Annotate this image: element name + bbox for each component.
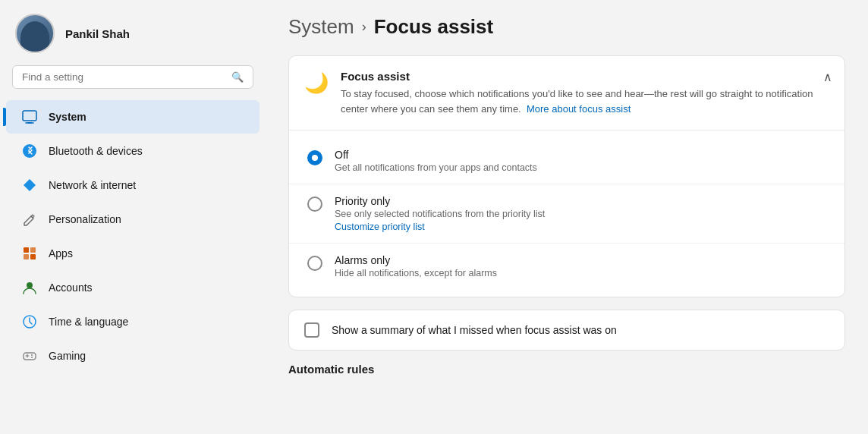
missed-summary-checkbox[interactable] — [304, 322, 319, 338]
sidebar-item-accounts[interactable]: Accounts — [6, 271, 259, 304]
sidebar-item-gaming[interactable]: Gaming — [6, 339, 259, 373]
focus-assist-header: 🌙 Focus assist To stay focused, choose w… — [289, 56, 844, 131]
radio-alarms[interactable] — [307, 256, 322, 271]
gaming-icon — [21, 348, 38, 364]
radio-off-label: Off — [335, 149, 826, 161]
svg-point-16 — [31, 354, 33, 356]
radio-option-alarms[interactable]: Alarms only Hide all notifications, exce… — [289, 244, 844, 289]
sidebar-item-label-bluetooth: Bluetooth & devices — [49, 145, 143, 157]
radio-off[interactable] — [307, 150, 322, 165]
radio-alarms-desc: Hide all notifications, except for alarm… — [335, 268, 826, 278]
radio-priority[interactable] — [307, 197, 322, 212]
sidebar-item-label-time: Time & language — [49, 316, 128, 328]
search-box[interactable]: 🔍 — [12, 65, 253, 89]
apps-icon — [21, 245, 38, 262]
search-icon: 🔍 — [231, 71, 244, 83]
search-container: 🔍 — [0, 65, 266, 96]
radio-priority-text: Priority only See only selected notifica… — [335, 195, 826, 232]
svg-marker-5 — [24, 179, 36, 191]
accounts-icon — [21, 279, 38, 296]
avatar — [15, 14, 55, 53]
svg-rect-12 — [24, 353, 36, 360]
sidebar-item-system[interactable]: System — [6, 100, 259, 134]
breadcrumb: System › Focus assist — [288, 15, 845, 39]
svg-rect-7 — [30, 247, 36, 253]
radio-options-section: Off Get all notifications from your apps… — [289, 131, 844, 297]
sidebar-item-label-system: System — [49, 111, 86, 123]
focus-assist-title: Focus assist — [341, 70, 829, 83]
sidebar-item-label-apps: Apps — [49, 247, 73, 259]
breadcrumb-chevron: › — [362, 19, 366, 35]
svg-rect-6 — [24, 247, 29, 253]
missed-summary-label: Show a summary of what I missed when foc… — [332, 324, 617, 336]
automatic-rules-title: Automatic rules — [288, 363, 845, 376]
user-profile: Pankil Shah — [0, 0, 266, 65]
svg-point-10 — [27, 282, 33, 288]
personalization-icon — [21, 211, 38, 228]
main-content: System › Focus assist 🌙 Focus assist To … — [266, 0, 868, 434]
svg-rect-8 — [24, 254, 29, 259]
radio-alarms-label: Alarms only — [335, 254, 826, 266]
network-icon — [21, 177, 38, 193]
svg-rect-9 — [30, 254, 36, 259]
radio-off-text: Off Get all notifications from your apps… — [335, 149, 826, 173]
sidebar-item-label-accounts: Accounts — [49, 281, 93, 294]
sidebar-item-personalization[interactable]: Personalization — [6, 203, 259, 236]
radio-priority-label: Priority only — [335, 195, 826, 207]
sidebar-item-label-network: Network & internet — [49, 179, 136, 191]
focus-moon-icon: 🌙 — [304, 71, 329, 95]
focus-assist-link[interactable]: More about focus assist — [527, 103, 631, 115]
svg-rect-0 — [23, 111, 36, 121]
radio-priority-desc: See only selected notifications from the… — [335, 209, 826, 219]
sidebar-item-time[interactable]: Time & language — [6, 305, 259, 338]
collapse-chevron-icon[interactable]: ∧ — [823, 70, 832, 84]
sidebar-item-apps[interactable]: Apps — [6, 237, 259, 270]
search-input[interactable] — [22, 71, 225, 83]
system-icon — [21, 108, 38, 125]
bluetooth-icon — [21, 143, 38, 159]
sidebar-item-bluetooth[interactable]: Bluetooth & devices — [6, 134, 259, 168]
focus-assist-header-text: Focus assist To stay focused, choose whi… — [341, 70, 829, 116]
radio-alarms-text: Alarms only Hide all notifications, exce… — [335, 254, 826, 278]
breadcrumb-parent[interactable]: System — [288, 15, 354, 39]
customize-priority-link[interactable]: Customize priority list — [335, 222, 826, 232]
sidebar-item-label-personalization: Personalization — [49, 213, 121, 225]
radio-option-priority[interactable]: Priority only See only selected notifica… — [289, 184, 844, 244]
focus-assist-desc: To stay focused, choose which notificati… — [341, 86, 829, 116]
sidebar: Pankil Shah 🔍 System — [0, 0, 266, 434]
sidebar-item-network[interactable]: Network & internet — [6, 168, 259, 202]
user-name: Pankil Shah — [65, 27, 130, 40]
svg-point-17 — [31, 357, 33, 358]
page-title: Focus assist — [374, 15, 494, 39]
sidebar-item-label-gaming: Gaming — [49, 350, 86, 362]
radio-off-desc: Get all notifications from your apps and… — [335, 162, 826, 173]
focus-assist-card: 🌙 Focus assist To stay focused, choose w… — [288, 55, 845, 297]
checkbox-section: Show a summary of what I missed when foc… — [288, 310, 845, 351]
nav-list: System Bluetooth & devices Network & int… — [0, 96, 266, 434]
time-icon — [21, 313, 38, 330]
radio-option-off[interactable]: Off Get all notifications from your apps… — [289, 138, 844, 184]
